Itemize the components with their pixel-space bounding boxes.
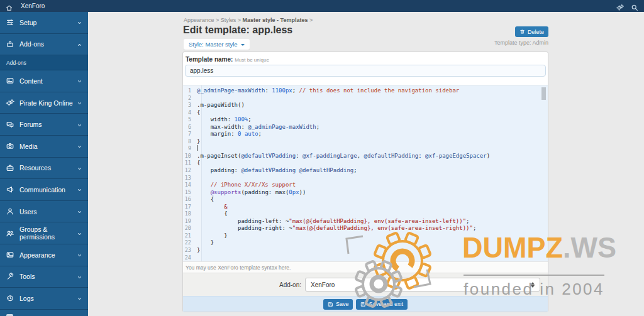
save-button[interactable]: Save (323, 299, 353, 310)
line-number: 17 (183, 204, 197, 211)
code-line-4: 4{ (183, 109, 548, 117)
delete-button[interactable]: Delete (515, 26, 548, 37)
line-number: 7 (183, 131, 197, 138)
sidebar-item-label: Users (19, 208, 36, 215)
sidebar-item-content[interactable]: Content (0, 70, 88, 92)
forums-icon (6, 121, 14, 129)
brand-logo[interactable]: XenForo (21, 3, 45, 9)
code-line-1: 1@_adminPage-maxWidth: 1100px; // this d… (183, 87, 548, 95)
line-number: 11 (183, 160, 197, 167)
line-number: 10 (183, 153, 197, 160)
camera-icon (6, 142, 14, 150)
breadcrumb-separator: > (236, 17, 242, 23)
gears-icon[interactable] (616, 3, 624, 10)
code-line-24: 24 (183, 254, 548, 261)
content-icon (6, 77, 14, 85)
addon-select-value: XenForo (311, 281, 335, 288)
sidebar-item-users[interactable]: Users (0, 201, 88, 223)
topbar-actions (616, 3, 638, 10)
sidebar-item-media[interactable]: Media (0, 136, 88, 158)
line-number: 12 (183, 167, 197, 175)
code-line-22: 22 } (183, 239, 548, 247)
save-and-exit-label: Save and exit (369, 301, 403, 307)
breadcrumb-link-appearance[interactable]: Appearance (184, 17, 214, 23)
sidebar-item-appearance[interactable]: Appearance (0, 244, 88, 266)
line-number: 21 (183, 232, 197, 240)
chevron-down-icon (77, 122, 82, 128)
caret-down-icon (241, 44, 245, 48)
addon-select[interactable]: XenForo (305, 278, 540, 291)
breadcrumb-separator: > (308, 17, 313, 23)
code-line-8: 8} (183, 138, 548, 146)
breadcrumb-link-styles[interactable]: Styles (221, 17, 236, 23)
template-name-input[interactable] (185, 65, 546, 77)
code-line-7: 7 margin: 0 auto; (183, 131, 548, 138)
breadcrumb-separator: > (214, 17, 221, 23)
sidebar-item-communication[interactable]: Communication (0, 179, 88, 201)
home-icon[interactable] (6, 3, 13, 9)
code-editor[interactable]: 1@_adminPage-maxWidth: 1100px; // this d… (183, 85, 548, 261)
sidebar-item-tools[interactable]: Tools (0, 266, 88, 288)
sidebar-nav: SetupAdd-onsAdd-onsContentPirate King On… (0, 12, 88, 316)
code-line-9: 9 (183, 145, 548, 153)
top-bar: XenForo (0, 0, 644, 12)
code-line-5: 5 width: 100%; (183, 116, 548, 124)
code-line-13: 13 (183, 175, 548, 182)
code-line-10: 10.m-pageInset(@defaultVPadding: @xf-pad… (183, 153, 548, 160)
template-name-row: Template name: Must be unique (183, 52, 548, 85)
briefcase-icon (6, 164, 14, 172)
code-line-15: 15 @supports(padding: max(0px)) (183, 189, 548, 197)
editor-scrollbar-thumb[interactable] (541, 87, 546, 100)
sidebar-item-setup[interactable]: Setup (0, 12, 88, 34)
gears2-icon (6, 99, 14, 107)
sidebar-item-pirate-king-online[interactable]: Pirate King Online (0, 92, 88, 114)
line-number: 20 (183, 225, 197, 232)
line-number: 22 (183, 239, 197, 247)
breadcrumb-link-master-style-templates[interactable]: Master style - Templates (243, 17, 308, 23)
line-number: 6 (183, 124, 197, 131)
template-name-label: Template name: Must be unique (186, 56, 269, 63)
sidebar-item-groups-permissions[interactable]: Groups & permissions (0, 222, 88, 244)
sidebar-subitem-add-ons[interactable]: Add-ons (0, 55, 88, 70)
sidebar-item-resources[interactable]: Resources (0, 158, 88, 180)
sidebar-item-label: Pirate King Online (19, 99, 73, 107)
addon-label: Add-on: (183, 273, 301, 296)
code-line-20: 20 padding-right: ~"max(@{defaultHPaddin… (183, 225, 548, 232)
edit-template-form: Template name: Must be unique 1@_adminPa… (182, 52, 548, 312)
sidebar-item-add-ons[interactable]: Add-ons (0, 34, 88, 56)
line-number: 5 (183, 116, 197, 124)
sidebar-item-logs[interactable]: Logs (0, 288, 88, 310)
chevron-down-icon (77, 274, 82, 280)
delete-button-label: Delete (528, 29, 544, 35)
sidebar-item-label: Add-ons (19, 40, 44, 48)
search-icon[interactable] (631, 3, 638, 10)
template-name-hint: Must be unique (235, 57, 269, 63)
line-number: 3 (183, 102, 197, 109)
code-line-18: 18 { (183, 210, 548, 218)
chevron-down-icon (77, 143, 82, 149)
page-title: Edit template: app.less (183, 25, 292, 36)
save-and-exit-button[interactable]: Save and exit (356, 299, 408, 310)
wrench-icon (6, 273, 14, 281)
megaphone-icon (6, 185, 14, 193)
trash-icon (519, 29, 525, 35)
chevron-down-icon (77, 231, 82, 236)
line-number: 23 (183, 247, 197, 254)
sidebar-item-label: Tools (19, 273, 35, 280)
style-selector-button[interactable]: Style: Master style (184, 39, 250, 50)
line-number: 8 (183, 138, 197, 146)
template-type-text: Template type: Admin (423, 40, 548, 46)
line-number: 9 (183, 145, 197, 153)
code-line-11: 11{ (183, 160, 548, 167)
floppy-icon (328, 302, 333, 307)
chevron-up-icon (77, 41, 82, 47)
line-number: 18 (183, 210, 197, 218)
line-number: 13 (183, 175, 197, 182)
history-icon (6, 294, 14, 302)
xenforo-admin-screen: XenForo SetupAdd-onsAdd-onsContentPirate… (0, 0, 644, 316)
line-number: 19 (183, 218, 197, 226)
chevron-down-icon (77, 252, 82, 258)
code-line-19: 19 padding-left: ~"max(@{defaultHPadding… (183, 218, 548, 226)
sidebar-item-forums[interactable]: Forums (0, 114, 88, 136)
form-footer: Save Save and exit (183, 296, 548, 312)
